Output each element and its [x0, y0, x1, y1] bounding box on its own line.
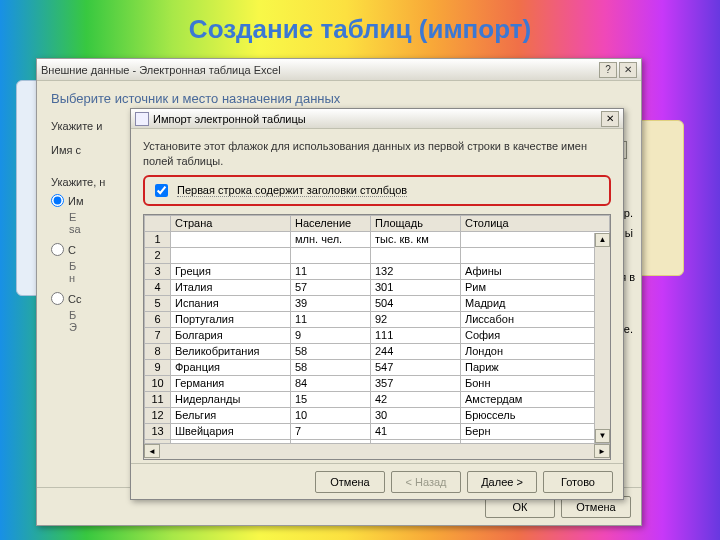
data-cell: 41 — [371, 423, 461, 439]
outer-line2: Имя с — [51, 144, 81, 156]
data-cell: 504 — [371, 295, 461, 311]
rownum-cell: 3 — [145, 263, 171, 279]
rownum-cell: 1 — [145, 231, 171, 247]
header-capital[interactable]: Столица — [461, 215, 610, 231]
vertical-scrollbar[interactable]: ▲ ▼ — [594, 233, 610, 443]
rownum-cell: 8 — [145, 343, 171, 359]
radio-import[interactable] — [51, 194, 64, 207]
data-cell: 15 — [291, 391, 371, 407]
radio-source[interactable] — [51, 292, 64, 305]
first-row-headers-highlight: Первая строка содержит заголовки столбцо… — [143, 175, 611, 206]
header-country[interactable]: Страна — [171, 215, 291, 231]
data-cell: Нидерланды — [171, 391, 291, 407]
data-cell: 9 — [291, 327, 371, 343]
data-cell: Бельгия — [171, 407, 291, 423]
data-cell: 10 — [291, 407, 371, 423]
data-cell: Франция — [171, 359, 291, 375]
next-button[interactable]: Далее > — [467, 471, 537, 493]
data-cell — [291, 247, 371, 263]
data-cell: 92 — [371, 311, 461, 327]
data-cell — [461, 231, 610, 247]
rownum-cell: 5 — [145, 295, 171, 311]
scroll-right-icon[interactable]: ► — [594, 444, 610, 458]
data-cell: Великобритания — [171, 343, 291, 359]
radio-import-label: Им — [68, 195, 83, 207]
data-cell: Португалия — [171, 311, 291, 327]
rownum-cell: 12 — [145, 407, 171, 423]
data-cell: Италия — [171, 279, 291, 295]
wizard-button-bar: Отмена < Назад Далее > Готово — [131, 463, 623, 499]
table-icon — [135, 112, 149, 126]
wizard-hint: Установите этот флажок для использования… — [143, 139, 611, 169]
outer-title: Внешние данные - Электронная таблица Exc… — [41, 64, 281, 76]
header-population[interactable]: Население — [291, 215, 371, 231]
rownum-cell: 10 — [145, 375, 171, 391]
scroll-up-icon[interactable]: ▲ — [595, 233, 610, 247]
preview-grid: Страна Население Площадь Столица 1млн. ч… — [143, 214, 611, 460]
data-cell: 84 — [291, 375, 371, 391]
data-cell: Испания — [171, 295, 291, 311]
horizontal-scrollbar[interactable]: ◄ ► — [144, 443, 610, 459]
data-cell — [171, 247, 291, 263]
data-cell: 42 — [371, 391, 461, 407]
rownum-cell: 7 — [145, 327, 171, 343]
inner-titlebar: Импорт электронной таблицы ✕ — [131, 109, 623, 129]
rownum-cell: 4 — [145, 279, 171, 295]
data-table: Страна Население Площадь Столица 1млн. ч… — [144, 215, 610, 443]
data-cell: 244 — [371, 343, 461, 359]
data-cell: 30 — [371, 407, 461, 423]
first-row-headers-label: Первая строка содержит заголовки столбцо… — [177, 184, 407, 197]
back-button[interactable]: < Назад — [391, 471, 461, 493]
data-cell: 58 — [291, 343, 371, 359]
data-cell: 7 — [291, 423, 371, 439]
rownum-cell: 2 — [145, 247, 171, 263]
data-cell: 111 — [371, 327, 461, 343]
finish-button[interactable]: Готово — [543, 471, 613, 493]
data-cell: 11 — [291, 263, 371, 279]
inner-title: Импорт электронной таблицы — [153, 113, 306, 125]
data-cell: Лиссабон — [461, 311, 610, 327]
radio-source-label: Сс — [68, 293, 81, 305]
data-cell — [461, 247, 610, 263]
right-text1: p. — [624, 207, 633, 219]
rownum-cell: 11 — [145, 391, 171, 407]
data-cell: тыс. кв. км — [371, 231, 461, 247]
data-cell: 39 — [291, 295, 371, 311]
data-cell: Париж — [461, 359, 610, 375]
scroll-down-icon[interactable]: ▼ — [595, 429, 610, 443]
data-cell: 301 — [371, 279, 461, 295]
outer-heading: Выберите источник и место назначения дан… — [51, 91, 627, 106]
header-rownum — [145, 215, 171, 231]
help-button[interactable]: ? — [599, 62, 617, 78]
data-cell: 11 — [291, 311, 371, 327]
data-cell: млн. чел. — [291, 231, 371, 247]
data-cell: Рим — [461, 279, 610, 295]
rownum-cell: 6 — [145, 311, 171, 327]
data-cell: Мадрид — [461, 295, 610, 311]
close-button[interactable]: ✕ — [619, 62, 637, 78]
rownum-cell: 9 — [145, 359, 171, 375]
data-cell: Брюссель — [461, 407, 610, 423]
outer-titlebar: Внешние данные - Электронная таблица Exc… — [37, 59, 641, 81]
cancel-button[interactable]: Отмена — [315, 471, 385, 493]
rownum-cell: 13 — [145, 423, 171, 439]
scroll-left-icon[interactable]: ◄ — [144, 444, 160, 458]
data-cell: Швейцария — [171, 423, 291, 439]
data-cell: Афины — [461, 263, 610, 279]
header-area[interactable]: Площадь — [371, 215, 461, 231]
data-cell: Болгария — [171, 327, 291, 343]
data-cell: Берн — [461, 423, 610, 439]
data-cell — [371, 247, 461, 263]
data-cell: Бонн — [461, 375, 610, 391]
page-title: Создание таблиц (импорт) — [0, 14, 720, 45]
data-cell: Германия — [171, 375, 291, 391]
radio-link[interactable] — [51, 243, 64, 256]
data-cell: Амстердам — [461, 391, 610, 407]
data-cell: 132 — [371, 263, 461, 279]
first-row-headers-checkbox[interactable] — [155, 184, 168, 197]
radio-link-label: С — [68, 244, 76, 256]
inner-close-button[interactable]: ✕ — [601, 111, 619, 127]
import-wizard-dialog: Импорт электронной таблицы ✕ Установите … — [130, 108, 624, 500]
data-cell: Греция — [171, 263, 291, 279]
data-cell: 547 — [371, 359, 461, 375]
